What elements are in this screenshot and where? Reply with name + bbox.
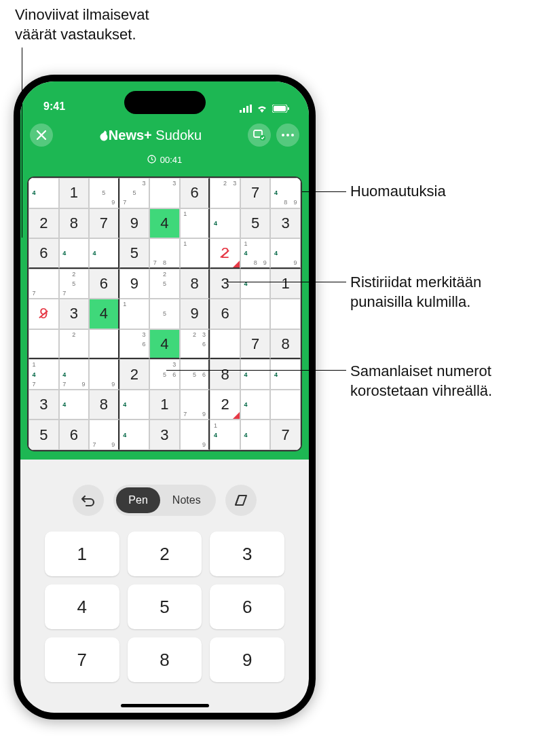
cell[interactable]: 4 xyxy=(119,419,150,450)
cell[interactable]: 79 xyxy=(180,390,210,420)
erase-button[interactable] xyxy=(225,485,257,516)
cell[interactable]: 3 xyxy=(210,269,240,299)
cell[interactable]: 4 xyxy=(89,238,119,269)
key-4[interactable]: 4 xyxy=(45,584,119,629)
cell[interactable] xyxy=(270,390,301,420)
cell[interactable]: 79 xyxy=(89,419,119,450)
key-6[interactable]: 6 xyxy=(210,584,284,629)
cell[interactable]: 1 xyxy=(270,269,301,299)
cell[interactable]: 3 xyxy=(270,208,301,239)
cell[interactable]: 6 xyxy=(29,238,59,269)
cell[interactable]: 8 xyxy=(270,329,301,360)
cell[interactable]: 9 xyxy=(89,359,119,390)
cell[interactable]: 5 xyxy=(29,419,59,450)
cell[interactable]: 8 xyxy=(210,359,240,390)
key-9[interactable]: 9 xyxy=(210,637,284,682)
cell[interactable] xyxy=(29,329,59,360)
cell[interactable]: 7 xyxy=(240,178,271,208)
cell[interactable]: 56 xyxy=(180,359,210,390)
cell[interactable]: 8 xyxy=(89,390,119,420)
cell[interactable]: 1 xyxy=(119,299,150,329)
cell[interactable]: 6 xyxy=(89,269,119,299)
wifi-icon xyxy=(256,105,268,113)
cell[interactable]: 23 xyxy=(210,178,240,208)
close-button[interactable] xyxy=(30,124,53,147)
cell[interactable]: 1 xyxy=(59,178,90,208)
cell[interactable]: 257 xyxy=(59,269,90,299)
cell[interactable]: 7 xyxy=(89,208,119,239)
key-2[interactable]: 2 xyxy=(128,531,202,576)
cell[interactable]: 4 xyxy=(210,208,240,239)
cell[interactable]: 9 xyxy=(119,269,150,299)
cell[interactable] xyxy=(89,329,119,360)
cell[interactable]: 4 xyxy=(240,390,271,420)
cell[interactable]: 49 xyxy=(270,238,301,269)
cell[interactable]: 7 xyxy=(270,419,301,450)
cell[interactable]: 3 xyxy=(29,390,59,420)
cell[interactable]: 36 xyxy=(119,329,150,360)
cell[interactable]: 6 xyxy=(210,299,240,329)
cell[interactable]: 9 xyxy=(180,299,210,329)
cell[interactable]: 4 xyxy=(270,359,301,390)
cell[interactable]: 7 xyxy=(240,329,271,360)
cell[interactable]: 1 xyxy=(149,390,180,420)
key-1[interactable]: 1 xyxy=(45,531,119,576)
cell[interactable]: 4 xyxy=(119,390,150,420)
cell[interactable]: 4 xyxy=(149,329,180,360)
cell[interactable]: 479 xyxy=(59,359,90,390)
cell[interactable]: 4 xyxy=(240,359,271,390)
cell[interactable]: 4 xyxy=(240,269,271,299)
cell[interactable]: 8 xyxy=(180,269,210,299)
key-7[interactable]: 7 xyxy=(45,637,119,682)
cell[interactable]: 356 xyxy=(149,359,180,390)
cell[interactable] xyxy=(270,299,301,329)
undo-button[interactable] xyxy=(73,485,104,516)
cell[interactable]: 4 xyxy=(59,390,90,420)
cell[interactable]: 4 xyxy=(149,208,180,239)
notes-mode-button[interactable]: Notes xyxy=(160,487,213,513)
cell[interactable]: 9 xyxy=(180,419,210,450)
cell[interactable]: 8 xyxy=(59,208,90,239)
cell[interactable]: 2 xyxy=(29,208,59,239)
cell[interactable]: 4 xyxy=(240,419,271,450)
cell[interactable] xyxy=(210,329,240,360)
cell[interactable]: 9 xyxy=(119,208,150,239)
pen-mode-button[interactable]: Pen xyxy=(116,487,160,513)
cell[interactable]: 5 xyxy=(119,238,150,269)
cell[interactable]: 6 xyxy=(180,178,210,208)
cell[interactable]: 6 xyxy=(59,419,90,450)
cell[interactable]: 3 xyxy=(149,419,180,450)
cell[interactable] xyxy=(240,299,271,329)
cell[interactable]: 14 xyxy=(210,419,240,450)
cell[interactable]: 4 xyxy=(59,238,90,269)
cell[interactable]: 2 xyxy=(210,390,240,420)
sudoku-board[interactable]: 4159357362374892879414536445781214894972… xyxy=(27,176,302,451)
cell[interactable]: 4 xyxy=(89,299,119,329)
cell[interactable]: 147 xyxy=(29,359,59,390)
cell[interactable]: 1 xyxy=(180,208,210,239)
cell[interactable]: 236 xyxy=(180,329,210,360)
cell[interactable]: 2 xyxy=(119,359,150,390)
more-button[interactable] xyxy=(276,124,299,147)
key-8[interactable]: 8 xyxy=(128,637,202,682)
cell[interactable]: 7 xyxy=(29,269,59,299)
key-5[interactable]: 5 xyxy=(128,584,202,629)
status-time: 9:41 xyxy=(43,100,65,113)
cell[interactable]: 59 xyxy=(89,178,119,208)
cell[interactable]: 3 xyxy=(59,299,90,329)
cell[interactable]: 1489 xyxy=(240,238,271,269)
cell[interactable]: 4 xyxy=(29,178,59,208)
cell[interactable]: 1 xyxy=(180,238,210,269)
cell[interactable]: 25 xyxy=(149,269,180,299)
cell[interactable]: 5 xyxy=(240,208,271,239)
cell[interactable]: 357 xyxy=(119,178,150,208)
cell[interactable]: 2 xyxy=(210,238,240,269)
cell[interactable]: 489 xyxy=(270,178,301,208)
cell[interactable]: 3 xyxy=(149,178,180,208)
cell[interactable]: 78 xyxy=(149,238,180,269)
multiplayer-button[interactable] xyxy=(248,124,271,147)
cell[interactable]: 9 xyxy=(29,299,59,329)
key-3[interactable]: 3 xyxy=(210,531,284,576)
cell[interactable]: 2 xyxy=(59,329,90,360)
cell[interactable]: 5 xyxy=(149,299,180,329)
